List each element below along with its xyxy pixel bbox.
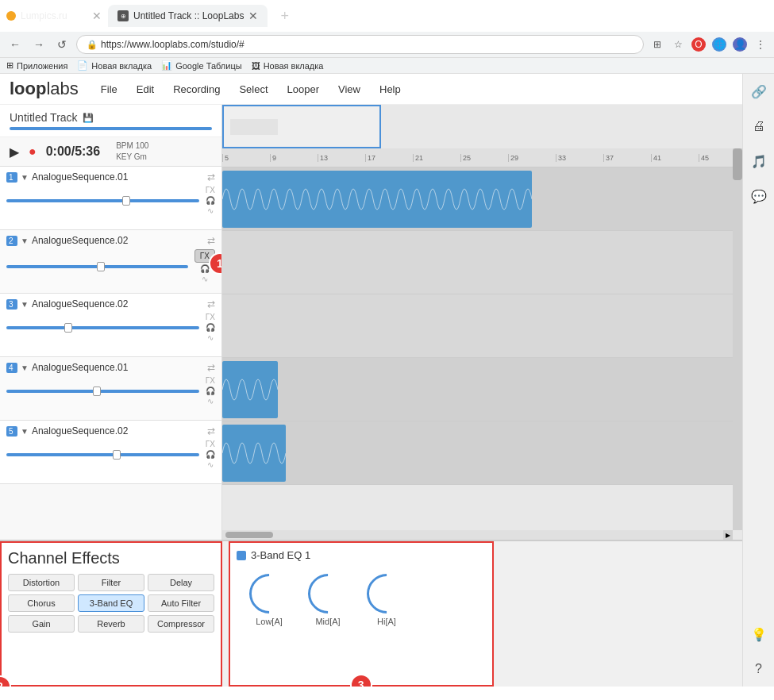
fx-label-5: ΓX — [206, 440, 215, 448]
track-arrow-5[interactable]: ▼ — [21, 427, 29, 436]
profile-icon[interactable]: 👤 — [733, 37, 747, 52]
shuffle-icon-5: ⇄ — [207, 425, 215, 437]
effect-eq[interactable]: 3-Band EQ — [78, 594, 144, 612]
bookmark-new-tab-2[interactable]: 🖼 Новая вкладка — [252, 61, 324, 71]
ruler-mark-6: 25 — [460, 154, 508, 162]
eq-knob-hi-control[interactable] — [359, 566, 415, 622]
eq-knob-low-control[interactable] — [241, 566, 298, 622]
address-field[interactable]: 🔒 https://www.looplabs.com/studio/# — [76, 35, 644, 54]
shuffle-icon-3: ⇄ — [207, 298, 215, 310]
close-button[interactable]: ✕ — [758, 10, 768, 22]
selection-bar — [10, 127, 212, 130]
scroll-right-arrow[interactable]: ▶ — [723, 530, 733, 540]
eq-knob-mid-control[interactable] — [300, 566, 356, 622]
track-name-3: AnalogueSequence.02 — [32, 298, 204, 310]
time-display: 0:00/5:36 — [46, 144, 101, 159]
bookmark-sheets[interactable]: 📊 Google Таблицы — [161, 60, 241, 71]
effect-delay[interactable]: Delay — [148, 574, 214, 591]
back-button[interactable]: ← — [6, 37, 24, 52]
address-bar: ← → ↺ 🔒 https://www.looplabs.com/studio/… — [0, 32, 774, 58]
bottom-area: 2 Channel Effects Distortion Filter Dela… — [0, 540, 742, 687]
menubar: looplabs File Edit Recording Select Loop… — [0, 74, 742, 105]
menu-view[interactable]: View — [335, 82, 364, 97]
sidebar-help-icon[interactable]: ? — [748, 658, 770, 680]
play-button[interactable]: ▶ — [10, 144, 19, 160]
bookmark-icon[interactable]: ☆ — [671, 37, 685, 52]
wave-icon-4: ∿ — [207, 397, 214, 406]
menu-file[interactable]: File — [98, 82, 121, 97]
sidebar-bulb-icon[interactable]: 💡 — [748, 623, 770, 645]
sidebar-chat-icon[interactable]: 💬 — [748, 185, 770, 207]
lock-icon: 🔒 — [87, 40, 98, 50]
volume-slider-1[interactable] — [6, 199, 199, 202]
project-save-icon: 💾 — [83, 113, 94, 123]
sidebar-link-icon[interactable]: 🔗 — [748, 80, 770, 102]
track-arrow-2[interactable]: ▼ — [21, 237, 29, 245]
vertical-scrollbar[interactable] — [733, 148, 742, 530]
reload-button[interactable]: ↺ — [54, 37, 70, 52]
effect-filter[interactable]: Filter — [78, 574, 144, 591]
headphone-icon-2: 🎧 — [200, 264, 210, 273]
bookmark-new-tab-1[interactable]: 📄 Новая вкладка — [77, 60, 152, 71]
h-scrollbar-thumb[interactable] — [225, 532, 273, 538]
waveform-row-4 — [222, 358, 742, 421]
forward-button[interactable]: → — [30, 37, 48, 52]
tab-close-1[interactable]: ✕ — [92, 10, 102, 22]
project-name: Untitled Track — [10, 111, 78, 124]
tab-looplabs[interactable]: ⊕ Untitled Track :: LoopLabs ✕ — [108, 5, 268, 27]
cast-icon[interactable]: ⊞ — [650, 37, 664, 52]
track-name-1: AnalogueSequence.01 — [32, 171, 204, 183]
track-section: Untitled Track 💾 ▶ ● 0:00/5:36 BPM 100 — [0, 105, 742, 540]
menu-looper[interactable]: Looper — [284, 82, 322, 97]
menu-recording[interactable]: Recording — [170, 82, 223, 97]
eq-knob-mid: Mid[A] — [308, 574, 348, 626]
bookmark-apps[interactable]: ⊞ Приложения — [6, 60, 67, 71]
waveform-svg-4 — [222, 361, 278, 418]
track-arrow-3[interactable]: ▼ — [21, 300, 29, 309]
volume-slider-3[interactable] — [6, 326, 199, 329]
track-arrow-4[interactable]: ▼ — [21, 363, 29, 372]
effect-autofilter[interactable]: Auto Filter — [148, 594, 214, 612]
globe-icon[interactable]: 🌐 — [712, 37, 726, 52]
effect-distortion[interactable]: Distortion — [8, 574, 75, 591]
record-button[interactable]: ● — [29, 144, 37, 159]
waveform-container[interactable] — [222, 167, 742, 530]
waveform-block-5[interactable] — [222, 425, 286, 482]
tab-close-2[interactable]: ✕ — [248, 10, 258, 22]
tab-lumpics[interactable]: Lumpics.ru ✕ — [6, 10, 102, 22]
waveform-block-4[interactable] — [222, 361, 278, 418]
annotation-circle-3: 3 — [350, 674, 372, 687]
track-arrow-1[interactable]: ▼ — [21, 173, 29, 182]
browser-chrome: Lumpics.ru ✕ ⊕ Untitled Track :: LoopLab… — [0, 0, 774, 74]
volume-slider-2[interactable] — [6, 265, 188, 268]
track-name-row-2: 2 ▼ AnalogueSequence.02 ⇄ — [6, 235, 215, 246]
volume-slider-5[interactable] — [6, 453, 199, 456]
horizontal-scrollbar[interactable]: ▶ — [222, 530, 733, 540]
menu-edit[interactable]: Edit — [133, 82, 157, 97]
menu-select[interactable]: Select — [236, 82, 271, 97]
effect-compressor[interactable]: Compressor — [148, 615, 214, 633]
opera-icon[interactable]: O — [691, 37, 706, 52]
scrollbar-thumb[interactable] — [733, 148, 742, 180]
sidebar-print-icon[interactable]: 🖨 — [748, 115, 770, 137]
waveform-block-1[interactable] — [222, 171, 532, 228]
eq-panel: 3-Band EQ 1 Low[A] Mid[A] Hi[A] — [229, 541, 494, 687]
headphone-icon-3: 🎧 — [206, 323, 215, 332]
sidebar-music-icon[interactable]: 🎵 — [748, 150, 770, 172]
project-title: Untitled Track 💾 — [10, 111, 212, 124]
menu-help[interactable]: Help — [376, 82, 404, 97]
effect-chorus[interactable]: Chorus — [8, 594, 75, 612]
effect-reverb[interactable]: Reverb — [78, 615, 144, 633]
maximize-button[interactable]: □ — [742, 10, 749, 22]
shuffle-icon-4: ⇄ — [207, 362, 215, 373]
volume-slider-4[interactable] — [6, 390, 199, 393]
minimize-button[interactable]: ─ — [725, 10, 733, 22]
effect-gain[interactable]: Gain — [8, 615, 75, 633]
menu-dots[interactable]: ⋮ — [753, 37, 768, 52]
track-name-row-4: 4 ▼ AnalogueSequence.01 ⇄ — [6, 362, 215, 373]
waveform-row-5 — [222, 421, 742, 485]
new-tab-button[interactable]: + — [274, 8, 295, 25]
ruler-mark-3: 13 — [318, 154, 365, 162]
track-row-3: 3 ▼ AnalogueSequence.02 ⇄ ΓX 🎧 — [0, 294, 221, 357]
ruler: 5 9 13 17 21 25 29 33 37 41 45 — [222, 148, 742, 167]
